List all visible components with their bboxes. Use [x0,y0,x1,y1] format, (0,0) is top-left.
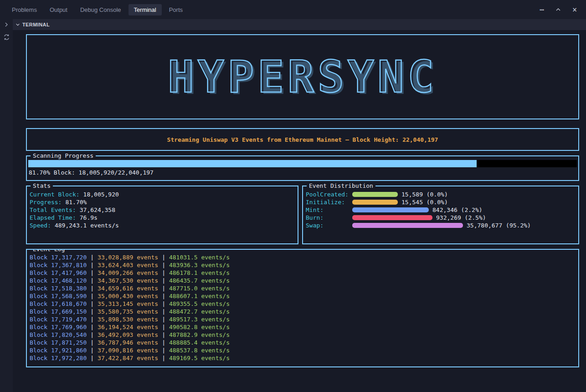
separator: | [90,293,94,299]
panel-tab-bar: Problems Output Debug Console Terminal P… [0,0,586,19]
scanning-progress-panel: Scanning Progress 81.70% Block: 18,005,9… [26,155,579,181]
log-speed: 486435.7 events/s [169,277,230,284]
distribution-row: Mint:842,346 (2.2%) [306,206,575,214]
distribution-bar [352,200,398,205]
log-events: 34,659,616 events [98,285,158,292]
log-speed: 488537.8 events/s [169,347,230,354]
separator: | [162,300,165,307]
ascii-banner-title: HYPERSYNC [168,55,437,99]
log-events: 33,028,889 events [98,254,158,261]
log-events: 35,000,430 events [98,293,158,299]
separator: | [90,308,94,315]
left-rail [0,19,13,392]
event-log-row: Block 17,317,720|33,028,889 events|48103… [30,253,575,261]
terminal-panel: TERMINAL HYPERSYNC Streaming Uniswap V3 … [13,19,586,392]
log-speed: 489355.5 events/s [169,300,230,307]
terminal-section-header[interactable]: TERMINAL [13,19,586,30]
distribution-bar [352,215,432,220]
log-block: Block 17,317,720 [30,254,87,261]
close-panel-icon[interactable]: × [570,5,580,15]
separator: | [162,316,165,323]
event-log-row: Block 17,468,120|34,367,530 events|48643… [30,277,575,284]
distribution-value: 15,545 (0.0%) [401,199,448,206]
event-log-row: Block 17,568,590|35,000,430 events|48860… [30,292,575,300]
separator: | [162,347,165,354]
stat-row: Progress:81.70% [30,198,293,206]
event-distribution-title: Event Distribution [307,182,375,190]
distribution-label: Burn: [306,214,352,221]
panel-tab[interactable]: Output [44,4,73,15]
separator: | [162,277,165,284]
event-log-row: Block 17,871,250|36,787,946 events|48888… [30,339,575,346]
distribution-bar [352,192,398,197]
panel-tab[interactable]: Ports [164,4,188,15]
separator: | [162,324,165,330]
log-speed: 487715.0 events/s [169,285,230,292]
distribution-row: Swap:35,780,677 (95.2%) [306,222,575,229]
log-block: Block 17,719,470 [30,316,87,323]
stat-label: Elapsed Time: [30,214,76,221]
separator: | [90,285,94,292]
log-speed: 486178.1 events/s [169,269,230,276]
panel-tab[interactable]: Problems [6,4,42,15]
status-banner: Streaming Uniswap V3 Events from Ethereu… [26,128,579,151]
separator: | [90,269,94,276]
more-actions-icon[interactable]: ⋯ [537,5,547,15]
separator: | [162,285,165,292]
separator: | [90,347,94,354]
distribution-bar [352,223,463,228]
stats-rows: Current Block:18,005,920 Progress:81.70%… [30,191,293,229]
separator: | [162,254,165,261]
stats-row: Stats Current Block:18,005,920 Progress:… [26,186,579,249]
distribution-label: Mint: [306,206,352,213]
log-block: Block 17,820,540 [30,331,87,338]
log-events: 36,787,946 events [98,339,158,346]
log-block: Block 17,568,590 [30,293,87,299]
event-log-title: Event Log [31,249,67,253]
distribution-value: 932,269 (2.5%) [436,214,486,221]
log-speed: 488607.1 events/s [169,293,230,299]
status-banner-text: Streaming Uniswap V3 Events from Ethereu… [167,136,438,143]
stats-title: Stats [31,182,53,190]
log-speed: 488472.7 events/s [169,308,230,315]
event-log-row: Block 17,972,280|37,422,847 events|48916… [30,354,575,362]
log-block: Block 17,769,960 [30,324,87,330]
log-speed: 487882.9 events/s [169,331,230,338]
chevron-down-icon[interactable] [15,22,20,27]
panel-body: TERMINAL HYPERSYNC Streaming Uniswap V3 … [0,19,586,392]
log-block: Block 17,417,960 [30,269,87,276]
log-block: Block 17,468,120 [30,277,87,284]
log-block: Block 17,518,380 [30,285,87,292]
stats-panel: Stats Current Block:18,005,920 Progress:… [26,186,298,244]
event-log-rows: Block 17,317,720|33,028,889 events|48103… [30,253,575,362]
stat-row: Speed:489,243.1 events/s [30,222,293,229]
log-events: 35,313,145 events [98,300,158,307]
maximize-panel-icon[interactable] [553,5,563,15]
distribution-row: Burn:932,269 (2.5%) [306,214,575,222]
event-log-panel: Event Log Block 17,317,720|33,028,889 ev… [26,249,579,367]
log-events: 37,090,816 events [98,347,158,354]
event-log-row: Block 17,820,540|36,492,093 events|48788… [30,331,575,339]
panel-tab[interactable]: Debug Console [75,4,127,15]
event-log-row: Block 17,669,150|35,580,735 events|48847… [30,308,575,315]
stat-label: Total Events: [30,206,76,213]
event-log-row: Block 17,518,380|34,659,616 events|48771… [30,284,575,292]
log-events: 34,009,266 events [98,269,158,276]
distribution-value: 15,589 (0.0%) [401,191,448,198]
event-log-row: Block 17,417,960|34,009,266 events|48617… [30,269,575,277]
log-events: 35,580,735 events [98,308,158,315]
log-events: 36,194,524 events [98,324,158,330]
separator: | [90,300,94,307]
separator: | [162,339,165,346]
distribution-value: 35,780,677 (95.2%) [467,222,531,229]
stat-value: 489,243.1 events/s [55,222,119,229]
stat-label: Speed: [30,222,51,229]
sync-icon[interactable] [3,34,10,41]
log-block: Block 17,669,150 [30,308,87,315]
separator: | [90,339,94,346]
banner-panel: HYPERSYNC [26,34,579,119]
panel-tab[interactable]: Terminal [129,4,162,15]
expand-rail-icon[interactable] [4,22,9,27]
event-log-row: Block 17,769,960|36,194,524 events|49058… [30,323,575,331]
terminal-content[interactable]: HYPERSYNC Streaming Uniswap V3 Events fr… [13,30,586,392]
